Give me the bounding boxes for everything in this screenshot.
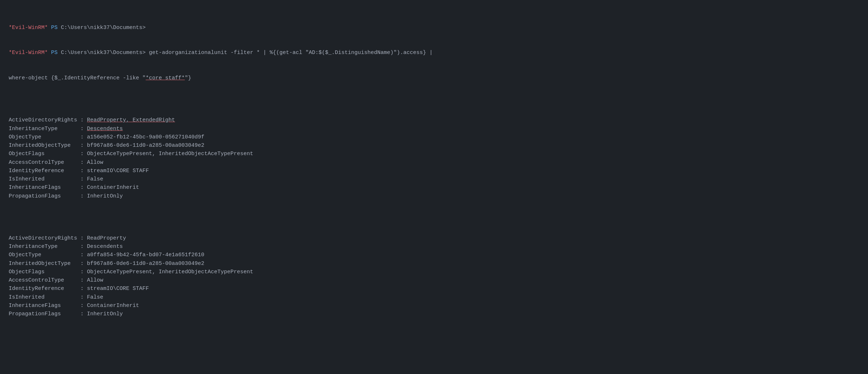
prompt-line-2-cont: where-object {$_.IdentityReference -like… [9,74,859,82]
row-colon: : [77,261,87,267]
output-row: ObjectFlags : ObjectAceTypePresent, Inhe… [9,150,859,158]
row-value: ObjectAceTypePresent, InheritedObjectAce… [87,151,253,157]
output-row: ObjectType : a156e052-fb12-45bc-9a00-056… [9,133,859,141]
output-row: ObjectFlags : ObjectAceTypePresent, Inhe… [9,268,859,276]
row-colon: : [77,184,87,191]
row-colon: : [77,134,87,140]
output-row: ObjectType : a0ffa854-9b42-45fa-bd07-4e1… [9,251,859,259]
output-row: InheritanceFlags : ContainerInherit [9,302,859,310]
row-key: ActiveDirectoryRights [9,235,77,241]
prompt-line-2: *Evil-WinRM* PS C:\Users\nikk37\Document… [9,49,859,57]
terminal-window: *Evil-WinRM* PS C:\Users\nikk37\Document… [9,7,859,108]
row-key: ActiveDirectoryRights [9,117,77,123]
row-key: InheritedObjectType [9,142,77,149]
row-value: Descendents [87,244,123,250]
row-key: InheritanceType [9,126,77,132]
evil-winrm-star-2: *Evil-WinRM* [9,50,48,56]
row-colon: : [77,269,87,275]
row-value: False [87,176,103,182]
row-key: InheritedObjectType [9,261,77,267]
row-value: ReadProperty [87,235,126,241]
row-value: ContainerInherit [87,303,139,309]
row-key: AccessControlType [9,159,77,166]
output-row: InheritanceType : Descendents [9,242,859,251]
output-row: ActiveDirectoryRights : ReadProperty, Ex… [9,116,859,124]
blank-2 [15,100,18,107]
row-key: IdentityReference [9,168,77,174]
output-row: PropagationFlags : InheritOnly [9,310,859,318]
path-1: C:\Users\nikk37\Documents> [61,25,146,31]
blank-1 [15,92,18,98]
row-value: Allow [87,277,103,283]
output-row: IsInherited : False [9,175,859,183]
block2-output: ActiveDirectoryRights : ReadPropertyInhe… [9,226,859,319]
row-value: False [87,294,103,300]
row-key: ObjectType [9,134,77,140]
row-key: InheritanceFlags [9,303,77,309]
filter-value: *core staff* [146,75,185,81]
output-row: InheritedObjectType : bf967a86-0de6-11d0… [9,259,859,268]
output-row: InheritanceType : Descendents [9,125,859,133]
block1-output: ActiveDirectoryRights : ReadProperty, Ex… [9,108,859,200]
row-value: InheritOnly [87,193,123,199]
row-value: streamIO\CORE STAFF [87,168,149,174]
row-colon: : [77,244,87,250]
row-key: AccessControlType [9,277,77,283]
cmd-continuation: where-object {$_.IdentityReference -like… [9,75,191,81]
output-row: InheritanceFlags : ContainerInherit [9,183,859,192]
row-key: PropagationFlags [9,193,77,199]
row-colon: : [77,303,87,309]
output-row: ActiveDirectoryRights : ReadProperty [9,234,859,242]
row-colon: : [77,151,87,157]
row-colon: : [77,176,87,182]
path-2: C:\Users\nikk37\Documents> [61,50,146,56]
row-key: InheritanceFlags [9,184,77,191]
output-row: AccessControlType : Allow [9,158,859,167]
row-colon: : [77,311,87,317]
row-colon: : [77,193,87,199]
row-key: InheritanceType [9,244,77,250]
output-row: IsInherited : False [9,293,859,302]
row-key: ObjectFlags [9,269,77,275]
ps-label-1: PS [48,25,61,31]
row-colon: : [77,294,87,300]
row-colon: : [77,286,87,292]
output-row: IdentityReference : streamIO\CORE STAFF [9,284,859,293]
row-value: ContainerInherit [87,184,139,191]
output-row: InheritedObjectType : bf967a86-0de6-11d0… [9,141,859,150]
row-value: streamIO\CORE STAFF [87,286,149,292]
row-colon: : [77,277,87,283]
row-colon: : [77,117,87,123]
row-key: ObjectFlags [9,151,77,157]
blank-between [9,200,859,226]
row-key: IdentityReference [9,286,77,292]
evil-winrm-star-1: *Evil-WinRM* [9,25,48,31]
output-row: PropagationFlags : InheritOnly [9,192,859,200]
row-colon: : [77,126,87,132]
row-value: a156e052-fb12-45bc-9a00-056271040d9f [87,134,204,140]
row-value: a0ffa854-9b42-45fa-bd07-4e1a651f2610 [87,252,204,258]
row-value: ObjectAceTypePresent, InheritedObjectAce… [87,269,253,275]
row-colon: : [77,142,87,149]
row-key: IsInherited [9,176,77,182]
row-value: InheritOnly [87,311,123,317]
row-value: ReadProperty, ExtendedRight [87,117,175,123]
cmd-line-2: get-adorganizationalunit -filter * | %{(… [146,50,433,56]
row-colon: : [77,235,87,241]
row-colon: : [77,159,87,166]
output-row: IdentityReference : streamIO\CORE STAFF [9,167,859,175]
row-value: Allow [87,159,103,166]
row-colon: : [77,168,87,174]
row-key: IsInherited [9,294,77,300]
row-value: Descendents [87,126,123,132]
ps-label-2: PS [48,50,61,56]
row-value: bf967a86-0de6-11d0-a285-00aa003049e2 [87,142,204,149]
prompt-line-1: *Evil-WinRM* PS C:\Users\nikk37\Document… [9,24,859,32]
row-key: PropagationFlags [9,311,77,317]
row-colon: : [77,252,87,258]
row-key: ObjectType [9,252,77,258]
row-value: bf967a86-0de6-11d0-a285-00aa003049e2 [87,261,204,267]
output-row: AccessControlType : Allow [9,276,859,284]
